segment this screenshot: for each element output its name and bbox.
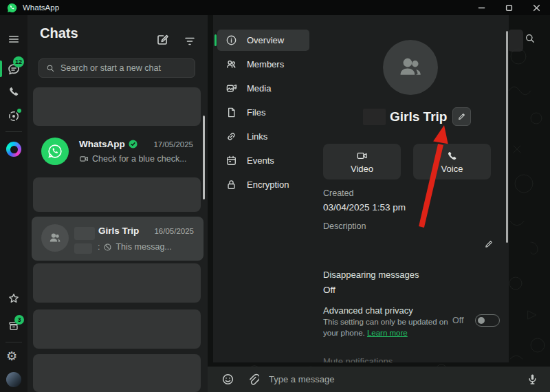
- meta-ai-inner-ring: [10, 146, 18, 153]
- privacy-note-text: your phone.: [323, 329, 367, 337]
- learn-more-link[interactable]: Learn more: [367, 329, 408, 337]
- conversation-search-icon[interactable]: [525, 33, 536, 44]
- chats-panel: Chats WhatsApp: [28, 15, 208, 392]
- group-photo[interactable]: [383, 40, 438, 95]
- links-icon: [226, 131, 237, 142]
- redacted-chat-row[interactable]: [33, 354, 201, 392]
- archived-badge: 3: [14, 315, 24, 325]
- tab-label: Overview: [247, 35, 284, 45]
- whatsapp-logo-icon: [7, 3, 17, 13]
- video-call-button[interactable]: Video: [323, 144, 401, 179]
- privacy-note-line2: your phone. Learn more: [323, 329, 408, 337]
- tab-members[interactable]: Members: [217, 54, 309, 75]
- chat-name-text: Girls Trip: [98, 226, 139, 236]
- privacy-toggle[interactable]: [475, 314, 500, 327]
- starred-messages-icon[interactable]: [8, 292, 20, 305]
- privacy-note-line1: This setting can only be updated on: [323, 318, 448, 326]
- chat-name: Girls Trip: [98, 226, 139, 236]
- whatsapp-avatar-icon: [46, 142, 64, 160]
- maximize-button[interactable]: [495, 0, 522, 15]
- tab-label: Files: [247, 107, 265, 118]
- profile-avatar[interactable]: [6, 372, 21, 387]
- redacted-chat-row[interactable]: [33, 87, 201, 126]
- redacted-name-prefix: [74, 227, 95, 240]
- menu-icon[interactable]: [8, 33, 20, 45]
- chat-row-girls-trip[interactable]: Girls Trip 16/05/2025 : This messag...: [32, 217, 204, 261]
- chats-panel-title: Chats: [40, 25, 78, 41]
- attach-icon[interactable]: [246, 373, 259, 386]
- disappearing-messages-label[interactable]: Disappearing messages: [323, 270, 419, 280]
- emoji-icon[interactable]: [221, 373, 234, 386]
- chat-preview-text: This messag...: [116, 242, 171, 252]
- chats-scrollbar[interactable]: [203, 116, 205, 199]
- group-chat-avatar: [41, 224, 69, 252]
- blocked-message-icon: [103, 243, 112, 252]
- chat-date: 17/05/2025: [153, 140, 193, 149]
- tab-media[interactable]: Media: [217, 78, 309, 99]
- message-input[interactable]: [269, 374, 516, 384]
- mic-icon[interactable]: [526, 373, 539, 386]
- advanced-chat-privacy-label: Advanced chat privacy: [323, 305, 413, 316]
- chat-preview: Check for a blue check...: [79, 154, 187, 164]
- nav-active-indicator: [214, 34, 217, 46]
- group-info-panel: Overview Members Media Files Links Event…: [213, 15, 509, 362]
- tab-events[interactable]: Events: [217, 150, 309, 171]
- chat-search-input[interactable]: [60, 63, 195, 73]
- search-icon: [46, 64, 55, 73]
- chat-row-whatsapp[interactable]: WhatsApp 17/05/2025 Check for a blue che…: [32, 130, 204, 173]
- lock-icon: [226, 179, 237, 190]
- pencil-icon: [457, 112, 466, 121]
- tab-label: Encryption: [247, 179, 289, 190]
- group-avatar-icon: [47, 230, 63, 246]
- redacted-preview-prefix: [74, 243, 92, 254]
- close-button[interactable]: [522, 0, 550, 15]
- description-label: Description: [323, 221, 366, 231]
- redacted-chat-row[interactable]: [33, 263, 201, 303]
- preview-colon: :: [98, 242, 100, 252]
- message-composer: [208, 367, 550, 392]
- blurred-header-element: [508, 30, 523, 52]
- minimize-button[interactable]: [468, 0, 495, 15]
- whatsapp-chat-avatar: [41, 138, 69, 165]
- created-value: 03/04/2025 1:53 pm: [323, 202, 406, 213]
- settings-gear-icon[interactable]: ⚙: [6, 349, 17, 363]
- filter-chats-icon[interactable]: [183, 34, 197, 48]
- chat-preview-text: Check for a blue check...: [92, 154, 187, 164]
- new-chat-icon[interactable]: [155, 33, 169, 47]
- titlebar: WhatsApp: [0, 0, 550, 15]
- tab-links[interactable]: Links: [217, 126, 309, 147]
- created-label: Created: [323, 188, 353, 198]
- members-icon: [226, 58, 237, 70]
- redacted-chat-row[interactable]: [33, 177, 201, 212]
- mute-notifications-label[interactable]: Mute notifications: [323, 356, 393, 362]
- calls-icon[interactable]: [8, 85, 20, 98]
- info-icon: [226, 34, 237, 46]
- video-message-icon: [79, 154, 89, 164]
- close-icon: [533, 4, 540, 12]
- video-call-label: Video: [351, 164, 373, 174]
- redacted-name-part: [363, 109, 386, 125]
- tab-encryption[interactable]: Encryption: [217, 174, 309, 195]
- rail-divider-2: [6, 342, 22, 342]
- annotation-arrow: [404, 122, 462, 239]
- chat-search-bar[interactable]: [38, 58, 195, 78]
- status-new-dot: [17, 109, 21, 113]
- redacted-chat-row[interactable]: [33, 309, 201, 349]
- chat-name-text: WhatsApp: [79, 139, 125, 149]
- tab-overview[interactable]: Overview: [217, 30, 309, 51]
- window-controls: [468, 0, 550, 15]
- chat-name: WhatsApp: [79, 139, 138, 149]
- events-icon: [226, 155, 237, 166]
- meta-ai-icon[interactable]: [6, 142, 21, 157]
- whatsapp-window: WhatsApp 12: [0, 0, 550, 392]
- tab-label: Links: [247, 131, 267, 142]
- group-info-scrollbar[interactable]: [506, 31, 508, 243]
- privacy-toggle-state: Off: [452, 316, 463, 325]
- minimize-icon: [478, 4, 485, 12]
- files-icon: [226, 107, 237, 118]
- tab-files[interactable]: Files: [217, 102, 309, 123]
- app-title: WhatsApp: [23, 3, 59, 12]
- left-rail: 12 3 ⚙: [0, 15, 28, 392]
- edit-description-icon[interactable]: [484, 239, 494, 249]
- maximize-icon: [505, 4, 513, 12]
